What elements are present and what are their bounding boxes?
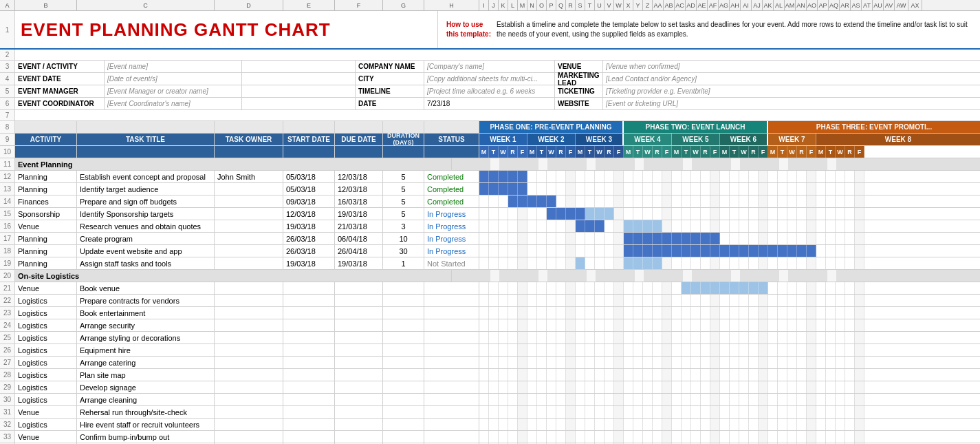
cell-activity[interactable]: Finances <box>15 195 77 207</box>
cell-status[interactable]: In Progress <box>424 233 479 244</box>
cell-due[interactable]: 12/03/18 <box>335 183 383 195</box>
cell-start[interactable]: 05/03/18 <box>283 183 335 195</box>
cell-due[interactable] <box>335 394 383 405</box>
cell-start[interactable] <box>283 419 335 430</box>
cell-duration[interactable] <box>383 295 424 306</box>
cell-task[interactable]: Identify target audience <box>77 183 215 195</box>
cell-duration[interactable] <box>383 319 424 331</box>
cell-owner[interactable] <box>215 394 283 405</box>
cell-activity[interactable]: Venue <box>15 282 77 294</box>
cell-due[interactable] <box>335 307 383 319</box>
cell-owner[interactable] <box>215 257 283 269</box>
cell-task[interactable]: Book entertainment <box>77 307 215 319</box>
cell-status[interactable] <box>424 332 479 343</box>
cell-due[interactable] <box>335 419 383 430</box>
cell-task[interactable]: Arrange security <box>77 319 215 331</box>
cell-duration[interactable]: 10 <box>383 233 424 244</box>
cell-status[interactable] <box>424 295 479 306</box>
cell-status[interactable]: Completed <box>424 171 479 182</box>
cell-owner[interactable] <box>215 195 283 207</box>
cell-owner[interactable]: John Smith <box>215 171 283 182</box>
cell-status[interactable] <box>424 394 479 405</box>
cell-start[interactable] <box>283 332 335 343</box>
cell-activity[interactable]: Logistics <box>15 369 77 381</box>
cell-owner[interactable] <box>215 369 283 381</box>
cell-due[interactable] <box>335 357 383 368</box>
cell-start[interactable] <box>283 344 335 356</box>
cell-status[interactable] <box>424 369 479 381</box>
cell-due[interactable] <box>335 406 383 418</box>
cell-activity[interactable]: Logistics <box>15 307 77 319</box>
cell-duration[interactable] <box>383 357 424 368</box>
cell-activity[interactable]: Planning <box>15 233 77 244</box>
cell-activity[interactable]: Venue <box>15 431 77 443</box>
cell-owner[interactable] <box>215 406 283 418</box>
cell-task[interactable]: Establish event concept and proposal <box>77 171 215 182</box>
cell-owner[interactable] <box>215 332 283 343</box>
cell-duration[interactable]: 5 <box>383 183 424 195</box>
cell-owner[interactable] <box>215 282 283 294</box>
cell-owner[interactable] <box>215 233 283 244</box>
cell-due[interactable] <box>335 319 383 331</box>
cell-activity[interactable]: Logistics <box>15 381 77 393</box>
cell-duration[interactable] <box>383 406 424 418</box>
cell-activity[interactable]: Logistics <box>15 319 77 331</box>
cell-status[interactable]: In Progress <box>424 220 479 232</box>
cell-due[interactable]: 16/03/18 <box>335 195 383 207</box>
cell-task[interactable]: Equipment hire <box>77 344 215 356</box>
cell-status[interactable] <box>424 419 479 430</box>
cell-owner[interactable] <box>215 319 283 331</box>
cell-task[interactable]: Rehersal run through/site-check <box>77 406 215 418</box>
cell-due[interactable]: 19/03/18 <box>335 257 383 269</box>
cell-duration[interactable]: 5 <box>383 195 424 207</box>
cell-duration[interactable]: 30 <box>383 245 424 257</box>
cell-task[interactable]: Assign staff tasks and tools <box>77 257 215 269</box>
cell-activity[interactable]: Logistics <box>15 332 77 343</box>
cell-task[interactable]: Research venues and obtain quotes <box>77 220 215 232</box>
cell-owner[interactable] <box>215 183 283 195</box>
cell-start[interactable]: 19/03/18 <box>283 220 335 232</box>
cell-duration[interactable] <box>383 369 424 381</box>
cell-task[interactable]: Prepare contracts for vendors <box>77 295 215 306</box>
cell-due[interactable] <box>335 431 383 443</box>
cell-activity[interactable]: Logistics <box>15 394 77 405</box>
cell-start[interactable] <box>283 319 335 331</box>
cell-task[interactable]: Arrange catering <box>77 357 215 368</box>
cell-due[interactable] <box>335 282 383 294</box>
cell-status[interactable] <box>424 357 479 368</box>
cell-start[interactable] <box>283 431 335 443</box>
cell-owner[interactable] <box>215 419 283 430</box>
cell-duration[interactable] <box>383 282 424 294</box>
cell-due[interactable]: 21/03/18 <box>335 220 383 232</box>
cell-owner[interactable] <box>215 431 283 443</box>
cell-activity[interactable]: Planning <box>15 183 77 195</box>
cell-duration[interactable] <box>383 332 424 343</box>
cell-task[interactable]: Create program <box>77 233 215 244</box>
cell-task[interactable]: Confirm bump-in/bump out <box>77 431 215 443</box>
cell-task[interactable]: Arrange styling or decorations <box>77 332 215 343</box>
cell-start[interactable] <box>283 394 335 405</box>
cell-due[interactable]: 06/04/18 <box>335 233 383 244</box>
cell-task[interactable]: Arrange cleaning <box>77 394 215 405</box>
cell-status[interactable]: In Progress <box>424 245 479 257</box>
cell-owner[interactable] <box>215 220 283 232</box>
cell-start[interactable] <box>283 295 335 306</box>
cell-duration[interactable] <box>383 344 424 356</box>
cell-activity[interactable]: Sponsorship <box>15 208 77 220</box>
cell-owner[interactable] <box>215 381 283 393</box>
cell-status[interactable] <box>424 282 479 294</box>
cell-owner[interactable] <box>215 295 283 306</box>
cell-owner[interactable] <box>215 344 283 356</box>
cell-start[interactable] <box>283 307 335 319</box>
cell-status[interactable] <box>424 406 479 418</box>
cell-duration[interactable]: 5 <box>383 208 424 220</box>
cell-status[interactable] <box>424 344 479 356</box>
cell-task[interactable]: Update event website and app <box>77 245 215 257</box>
cell-duration[interactable]: 3 <box>383 220 424 232</box>
cell-start[interactable] <box>283 369 335 381</box>
cell-task[interactable]: Plan site map <box>77 369 215 381</box>
cell-activity[interactable]: Planning <box>15 245 77 257</box>
cell-start[interactable] <box>283 282 335 294</box>
cell-due[interactable]: 19/03/18 <box>335 208 383 220</box>
cell-start[interactable]: 19/03/18 <box>283 257 335 269</box>
